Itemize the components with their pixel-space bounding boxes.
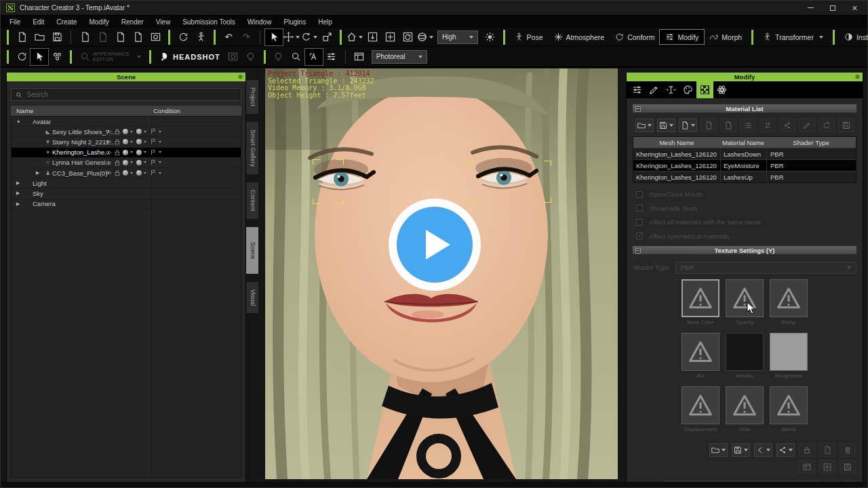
texture-thumbnail[interactable] (770, 386, 808, 424)
material-row[interactable]: Kherington_Lashes_126120 EyeMoisture PBR (633, 159, 856, 171)
search-input[interactable] (27, 91, 237, 98)
material-option[interactable]: Show/Hide Teeth (636, 205, 853, 212)
texture-channel[interactable]: Glow (723, 386, 766, 432)
caret-down-icon[interactable] (159, 172, 161, 174)
menu-item[interactable]: Window (241, 17, 278, 27)
material-ball-icon[interactable] (123, 170, 128, 176)
lock-icon[interactable] (114, 159, 121, 166)
checkbox[interactable] (636, 232, 643, 239)
lock-icon[interactable] (114, 149, 121, 156)
texture-channel[interactable]: Blend (767, 386, 810, 432)
column-condition[interactable]: Condition (151, 107, 241, 115)
material-row[interactable]: Kherington_Lashes_126120 LashesUp PBR (633, 171, 856, 182)
tab-material[interactable] (696, 81, 713, 98)
caret-down-icon[interactable] (144, 141, 146, 143)
tab-physics[interactable] (713, 81, 730, 98)
tab-edit-pose[interactable] (646, 81, 663, 98)
character-creation-button[interactable] (174, 29, 192, 45)
visibility-eye-icon[interactable] (105, 128, 112, 135)
caret-down-icon[interactable] (144, 131, 146, 133)
tree-row[interactable]: ▶ Camera (12, 199, 241, 209)
collapse-icon[interactable]: − (635, 248, 641, 253)
tree-row[interactable]: ▼ Starry Night 2_2211... (12, 137, 241, 147)
menu-item[interactable]: Create (50, 17, 83, 27)
texture-thumbnail[interactable] (726, 386, 764, 424)
undo-button[interactable]: ↶ (220, 29, 237, 45)
mode-button[interactable]: Pose (509, 30, 549, 44)
edit-mesh-button[interactable] (31, 49, 48, 65)
material-option[interactable]: Affect symmetrical materials (636, 232, 853, 240)
expander-icon[interactable]: ▶ (16, 201, 24, 207)
open-project-button[interactable] (31, 29, 48, 45)
orbit-view-button[interactable] (399, 29, 416, 45)
texture-channel[interactable]: Metallic (723, 333, 766, 379)
minimize-button[interactable] (808, 7, 814, 8)
auto-rotate-button[interactable] (305, 49, 323, 65)
expander-icon[interactable]: ▼ (16, 119, 24, 124)
material-ball-icon[interactable] (123, 160, 128, 165)
texture-thumbnail[interactable] (770, 279, 808, 317)
menu-item[interactable]: Modify (83, 17, 115, 27)
texture-channel[interactable]: AO (679, 333, 722, 379)
state-flag-icon[interactable] (150, 149, 157, 156)
material-option[interactable]: Open/Close Mouth (636, 190, 853, 198)
checkbox[interactable] (636, 191, 643, 198)
move-tool-button[interactable] (283, 29, 300, 45)
viewport-3d[interactable]: Project Triangle : 412014Selected Triang… (265, 68, 618, 479)
texture-thumbnail[interactable] (726, 279, 764, 317)
tree-row[interactable]: ▶ Sky (12, 188, 241, 199)
rotate-tool-button[interactable] (300, 29, 318, 45)
shader-type-dropdown[interactable]: PBR (675, 262, 856, 274)
modify-close-icon[interactable]: ⊗ (854, 73, 860, 81)
face-sliders-button[interactable] (323, 49, 340, 65)
instalod-button[interactable]: InstaLOD (839, 30, 868, 44)
close-button[interactable]: ✕ (852, 5, 858, 12)
side-tab[interactable]: Project (246, 79, 259, 115)
merge-materials-button[interactable] (48, 49, 66, 65)
frame-selection-button[interactable] (381, 29, 399, 45)
lock-icon[interactable] (114, 128, 121, 135)
caret-down-icon[interactable] (159, 131, 161, 133)
export-fbx-button[interactable] (129, 29, 146, 45)
calibration-pose-button[interactable] (192, 29, 210, 45)
texture-channel[interactable]: Bump (767, 279, 810, 325)
caret-down-icon[interactable] (130, 151, 133, 153)
mode-button[interactable]: Conform (610, 30, 660, 44)
headshot-mesh-button[interactable] (242, 49, 260, 65)
face-preview-button[interactable] (270, 49, 288, 65)
expander-icon[interactable]: ▶ (36, 170, 43, 176)
tree-row[interactable]: ≈ Lynna Hair Genesi... (12, 158, 241, 168)
texture-thumbnail[interactable] (682, 333, 719, 371)
caret-down-icon[interactable] (144, 151, 146, 153)
texture-channel[interactable]: Roughness (767, 333, 810, 379)
scene-search[interactable] (11, 88, 241, 101)
state-flag-icon[interactable] (150, 128, 157, 135)
render-image-button[interactable] (146, 29, 164, 45)
visibility-eye-icon[interactable] (105, 138, 112, 145)
tab-appearance[interactable] (679, 81, 696, 98)
side-tab[interactable]: Scene (246, 226, 259, 275)
texture-thumbnail[interactable] (682, 386, 719, 424)
share-texture-button[interactable] (776, 443, 795, 457)
shader-ball-icon[interactable] (136, 160, 142, 165)
export-usd-button[interactable] (111, 29, 129, 45)
material-option[interactable]: Affect all materials with the same name (636, 218, 853, 226)
side-tab[interactable]: Visual (246, 281, 259, 314)
side-tab[interactable]: Content (246, 182, 259, 220)
texture-channel[interactable]: Displacement (679, 386, 722, 432)
tree-row[interactable]: ▼ Avatar (12, 117, 241, 127)
tree-row[interactable]: ◣ Sexy Little Shoes_7... (12, 127, 241, 137)
texture-settings-header[interactable]: − Texture Settings (Y) (632, 245, 857, 255)
edit-pose-button[interactable] (13, 49, 31, 65)
transformer-button[interactable]: Transformer (757, 30, 829, 44)
import-accessory-button[interactable] (94, 29, 111, 45)
mode-button[interactable]: Modify (660, 30, 704, 44)
checkbox[interactable] (636, 219, 643, 226)
menu-item[interactable]: Render (115, 17, 150, 27)
scene-close-icon[interactable]: ⊗ (237, 73, 243, 81)
texture-thumbnail[interactable] (770, 333, 808, 371)
tab-attribute[interactable] (629, 81, 646, 98)
menu-item[interactable]: Plugins (277, 17, 312, 27)
tree-row[interactable]: ▶ Light (12, 178, 241, 188)
mode-button[interactable]: Morph (704, 30, 747, 44)
